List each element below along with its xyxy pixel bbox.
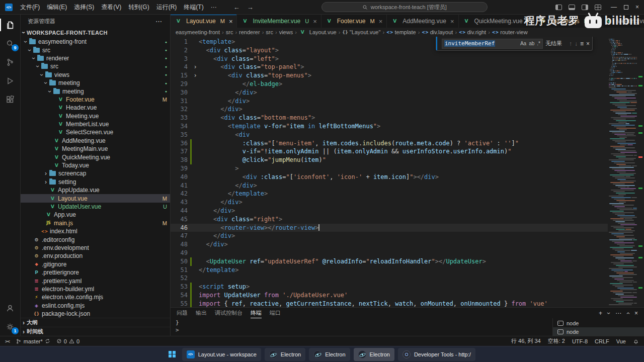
menu-item[interactable]: 查看(V) (98, 0, 125, 14)
menu-item[interactable]: 运行(R) (153, 0, 181, 14)
panel-more-actions-icon[interactable]: ⋯ (615, 310, 621, 317)
code-line[interactable]: 44 </div> (171, 207, 644, 215)
find-in-selection-icon[interactable]: ≡ (580, 40, 584, 47)
toggle-panel-icon[interactable] (569, 5, 575, 10)
terminal-output[interactable]: }> (171, 318, 552, 336)
taskbar-app-button[interactable]: Layout.vue - workspace (182, 348, 261, 361)
timeline-section-header[interactable]: › 时间线 (21, 327, 170, 336)
search-view-icon[interactable]: 9 (0, 34, 20, 53)
cursor-position-status[interactable]: 行 46, 列 34 (511, 337, 541, 345)
customize-layout-icon[interactable] (595, 5, 601, 10)
find-next-icon[interactable]: ↓ (575, 40, 578, 47)
code-line[interactable]: 55import { ref, reactive, getCurrentInst… (171, 300, 644, 307)
window-minimize-button[interactable]: — (611, 4, 617, 11)
tab-close-icon[interactable]: × (313, 18, 317, 25)
code-line[interactable]: 32 </div> (171, 105, 644, 114)
tree-file-row[interactable]: VToday.vue (21, 161, 170, 169)
toggle-secondary-sidebar-icon[interactable] (582, 5, 588, 10)
panel-tab[interactable]: 输出 (196, 308, 207, 318)
code-line[interactable]: 49 (171, 249, 644, 257)
find-previous-icon[interactable]: ↑ (569, 40, 572, 47)
code-line[interactable]: 34 <template v-for="item in leftBottomMe… (171, 122, 644, 131)
code-line[interactable]: 50 <UpdateUser ref="updateUserRef" @relo… (171, 257, 644, 266)
whole-word-toggle[interactable]: ab (529, 41, 534, 46)
breadcrumb-item[interactable]: easymeeting-front (176, 29, 220, 35)
code-line[interactable]: 48 </div> (171, 240, 644, 249)
tree-file-row[interactable]: VUpdateUser.vueU (21, 203, 170, 211)
tree-file-row[interactable]: P.prettierignore (21, 268, 170, 277)
editor-tab[interactable]: VQuickMeeting.vue× (459, 15, 535, 28)
run-debug-view-icon[interactable] (0, 71, 20, 90)
tree-folder-row[interactable]: ›renderer● (21, 54, 170, 62)
regex-toggle[interactable]: .* (537, 41, 540, 46)
menu-item[interactable]: 终端(T) (180, 0, 207, 14)
breadcrumb-item[interactable]: {}"Layout.vue" (342, 29, 380, 35)
breadcrumb-item[interactable]: <>div.layout (422, 29, 453, 35)
tree-file-row[interactable]: ⚡electron.vite.config.mjs (21, 293, 170, 301)
code-line[interactable]: 3 <div class="left"> (171, 55, 644, 63)
terminal-list-item[interactable]: ›node (553, 327, 644, 336)
taskbar-app-button[interactable]: Electron (309, 348, 350, 361)
breadcrumb-item[interactable]: <>template (386, 29, 416, 35)
remote-indicator[interactable]: >< (5, 339, 10, 344)
windows-start-button[interactable] (169, 351, 176, 358)
terminal-list-item[interactable]: ›node (553, 319, 644, 327)
editor-tab[interactable]: VInviteMember.vueU× (237, 15, 321, 28)
tree-file-row[interactable]: VMeetingMain.vue (21, 145, 170, 153)
breadcrumb-item[interactable]: <>router-view (492, 29, 528, 35)
code-line[interactable]: 43 </div> (171, 198, 644, 207)
tab-close-icon[interactable]: × (229, 18, 233, 25)
window-maximize-button[interactable] (624, 5, 628, 10)
code-line[interactable]: 29 </el-badge> (171, 80, 644, 88)
code-line[interactable]: 31 </div> (171, 97, 644, 106)
code-line[interactable]: 15› <div class="top-menus"> (171, 71, 644, 80)
source-control-view-icon[interactable] (0, 53, 20, 71)
code-line[interactable]: 52 (171, 274, 644, 283)
tree-file-row[interactable]: VSelectScreen.vue (21, 128, 170, 136)
tree-file-row[interactable]: ≡.prettierrc.yaml (21, 277, 170, 285)
taskbar-app-button[interactable]: Electron (354, 348, 394, 361)
breadcrumb-item[interactable]: src (226, 29, 233, 35)
code-line[interactable]: 37 v-if="!item.onlyAdmin || (item.onlyAd… (171, 147, 644, 156)
panel-tab[interactable]: 问题 (177, 308, 188, 318)
encoding-status[interactable]: UTF-8 (572, 338, 588, 344)
problems-status[interactable]: 0 0 (56, 338, 79, 344)
code-line[interactable]: 53<script setup> (171, 283, 644, 291)
indentation-status[interactable]: 空格: 2 (548, 337, 565, 345)
tab-close-icon[interactable]: × (527, 18, 531, 25)
code-line[interactable]: 51</template> (171, 266, 644, 275)
tree-file-row[interactable]: VLayout.vueM (21, 194, 170, 202)
code-line[interactable]: 41 </div> (171, 182, 644, 190)
minimap[interactable] (608, 38, 637, 307)
find-close-icon[interactable]: × (586, 40, 590, 47)
code-line[interactable]: 54import UpdateUser from './UpdateUser.v… (171, 291, 644, 300)
find-resize-handle[interactable] (436, 37, 438, 50)
menu-item[interactable]: 编辑(E) (43, 0, 70, 14)
tree-file-row[interactable]: JSmain.jsM (21, 219, 170, 227)
menu-item[interactable]: 转到(G) (125, 0, 152, 14)
code-line[interactable]: 47 </div> (171, 232, 644, 240)
tab-close-icon[interactable]: × (379, 18, 383, 25)
git-branch-status[interactable]: master* (16, 338, 50, 344)
tree-file-row[interactable]: ⚙.editorconfig (21, 235, 170, 243)
match-case-toggle[interactable]: Aa (520, 41, 526, 46)
new-terminal-icon[interactable]: + (599, 310, 602, 317)
code-line[interactable]: 45 <div class="right"> (171, 215, 644, 224)
taskbar-app-button[interactable]: Electron (265, 348, 305, 361)
breadcrumb-item[interactable]: <>div.right (459, 29, 486, 35)
tree-file-row[interactable]: VMemberList.vue (21, 120, 170, 128)
manage-gear-icon[interactable]: 1 (0, 317, 20, 336)
tree-file-row[interactable]: VAddMeeting.vue (21, 137, 170, 145)
code-line[interactable]: 38 @click="jumpMenu(item)" (171, 156, 644, 164)
code-line[interactable]: 30 </div> (171, 88, 644, 97)
breadcrumb-item[interactable]: src (266, 29, 273, 35)
code-line[interactable]: 36 :class="['menu-item', item.codes.incl… (171, 139, 644, 148)
terminal-dropdown-icon[interactable]: › (605, 312, 612, 314)
tree-file-row[interactable]: VApp.vue (21, 211, 170, 219)
editor-tab[interactable]: JSwsClient.jsM× (535, 15, 601, 28)
tree-file-row[interactable]: ≡electron-builder.yml (21, 285, 170, 293)
find-input[interactable]: inviteMemberRef Aa ab .* (442, 39, 543, 49)
language-mode-status[interactable]: Vue (616, 338, 626, 344)
window-close-button[interactable]: × (635, 4, 639, 11)
tree-file-row[interactable]: ⚙.env.production (21, 252, 170, 260)
